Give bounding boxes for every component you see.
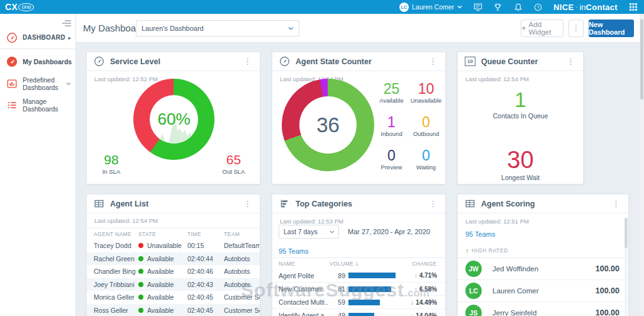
teams-link[interactable]: 95 Teams bbox=[465, 230, 496, 238]
avatar: JW bbox=[465, 261, 482, 277]
logo-cx-text: CX bbox=[5, 2, 18, 12]
app-grid-icon[interactable] bbox=[628, 3, 638, 12]
agent-time: 02:40:44 bbox=[187, 255, 224, 262]
sidebar-item-my-dashboards[interactable]: My Dashboards bbox=[0, 53, 76, 71]
section-text: HIGH RATED bbox=[472, 247, 508, 254]
kebab-icon[interactable]: ⋮ bbox=[242, 57, 253, 66]
in-sla-value: 98 bbox=[96, 152, 127, 167]
kebab-icon[interactable]: ⋮ bbox=[242, 199, 253, 208]
longest-wait-value: 30 bbox=[458, 147, 583, 174]
toolbar-kebab-button[interactable]: ⋮ bbox=[569, 20, 584, 37]
sidebar-item-manage-dashboards[interactable]: Manage Dashboards bbox=[0, 97, 76, 113]
column-header-change[interactable]: CHANGE bbox=[412, 261, 445, 267]
agent-state-stat: 0 Outbound bbox=[410, 115, 442, 137]
arrow-up-icon: ↑ bbox=[414, 286, 418, 293]
table-row: Tracey Dodd Unavailable 00:15 DefaultTea… bbox=[87, 239, 260, 252]
category-row: Identify Agent a... 49 ↓ 14.04% bbox=[272, 308, 445, 316]
teams-link[interactable]: 95 Teams bbox=[279, 247, 309, 255]
stat-label: Preview bbox=[375, 164, 408, 171]
agent-state-stat: 0 Preview bbox=[375, 148, 408, 171]
category-name: Identify Agent a... bbox=[272, 312, 328, 316]
gauge-icon bbox=[279, 56, 290, 67]
agent-team: Autobots bbox=[224, 281, 260, 288]
page-scrollbar[interactable] bbox=[640, 14, 644, 316]
widget-header: Agent Scoring ⋮ bbox=[458, 195, 628, 213]
widget-title: Agent State Counter bbox=[296, 57, 372, 66]
service-level-donut: 60% bbox=[133, 79, 214, 160]
sidebar-collapse-icon[interactable] bbox=[62, 18, 71, 26]
dashboard-select[interactable]: Lauren's Dashboard bbox=[136, 20, 299, 37]
column-header: TIME bbox=[187, 231, 224, 237]
agent-time: 02:40:45 bbox=[187, 307, 224, 314]
sidebar-item-predefined-dashboards[interactable]: Predefined Dashboards bbox=[0, 73, 76, 94]
trophy-icon[interactable] bbox=[493, 3, 502, 12]
dashboard-select-value: Lauren's Dashboard bbox=[142, 25, 204, 32]
widget-title: Agent List bbox=[110, 200, 148, 208]
column-header-name[interactable]: NAME bbox=[272, 261, 328, 267]
agent-team: Customer Serv bbox=[224, 307, 260, 314]
widget-scrollbar[interactable] bbox=[625, 218, 628, 316]
list-icon bbox=[6, 99, 18, 111]
last-updated: Last updated: 12:54 PM bbox=[87, 213, 260, 229]
widget-header: Agent List ⋮ bbox=[87, 195, 260, 213]
category-name: New Customer bbox=[272, 285, 328, 293]
change-percent: 14.04% bbox=[416, 312, 437, 316]
contacts-in-queue-metric: 1 Contacts In Queue bbox=[458, 88, 583, 120]
agent-name: Ross Geller bbox=[87, 307, 138, 314]
user-menu[interactable]: LC Lauren Comer bbox=[399, 3, 462, 12]
gauge-solid-icon bbox=[6, 56, 18, 67]
scoring-row: LC Lauren Comer 100.00 bbox=[458, 279, 628, 302]
column-header-volume[interactable]: VOLUME ↓ bbox=[328, 260, 358, 267]
avatar: LC bbox=[399, 3, 409, 12]
kebab-icon[interactable]: ⋮ bbox=[565, 57, 576, 66]
agent-time: 02:40:45 bbox=[187, 293, 224, 301]
arrow-down-icon: ↓ bbox=[411, 299, 414, 306]
category-volume: 81 bbox=[328, 285, 345, 293]
high-rated-section-label: ↑ HIGH RATED bbox=[465, 247, 508, 254]
sidebar-item-dashboard[interactable]: DASHBOARD ▸ bbox=[0, 28, 76, 48]
brand-dot: · bbox=[575, 4, 577, 10]
longest-wait-metric: 30 Longest Wait bbox=[458, 147, 583, 181]
kebab-icon[interactable]: ⋮ bbox=[428, 57, 438, 66]
agent-name: Jed Woffinden bbox=[492, 265, 538, 273]
widget-service-level: Service Level ⋮ Last updated: 12:52 PM 6… bbox=[86, 52, 260, 184]
agent-score: 100.00 bbox=[596, 286, 619, 295]
chart-board-icon bbox=[6, 78, 18, 89]
stat-label: Unavailable bbox=[410, 97, 442, 104]
top-app-bar: CXone LC Lauren Comer ? NICE·inContact bbox=[0, 0, 644, 14]
bell-icon[interactable] bbox=[513, 3, 523, 12]
new-dashboard-button[interactable]: New Dashboard bbox=[589, 20, 634, 37]
scrollbar-thumb[interactable] bbox=[625, 218, 628, 248]
in-sla-stat: 98 In SLA bbox=[96, 152, 127, 175]
help-icon[interactable]: ? bbox=[533, 3, 543, 12]
category-volume: 89 bbox=[328, 272, 345, 279]
agent-state: Available bbox=[138, 281, 187, 288]
category-row: Contacted Multi... 59 ↓ 14.49% bbox=[272, 295, 445, 308]
chevron-down-icon bbox=[457, 5, 462, 9]
logo-one-badge: one bbox=[18, 3, 34, 11]
monitor-icon[interactable] bbox=[473, 3, 482, 12]
widget-agent-list: Agent List ⋮ Last updated: 12:54 PM AGEN… bbox=[86, 194, 260, 316]
column-header: TEAM bbox=[224, 231, 260, 237]
kebab-icon[interactable]: ⋮ bbox=[611, 199, 621, 208]
stat-label: Available bbox=[375, 97, 408, 104]
state-label: Available bbox=[147, 293, 174, 301]
out-sla-label: Out SLA bbox=[216, 168, 251, 175]
agent-state-donut: 36 bbox=[282, 79, 374, 171]
stat-label: Outbound bbox=[410, 130, 442, 137]
sidebar-item-label: DASHBOARD bbox=[23, 34, 65, 42]
agent-state: Available bbox=[138, 307, 187, 314]
agent-state-stat: 25 Available bbox=[375, 81, 408, 104]
widget-top-categories: Top Categories ⋮ Last updated: 12:53 PM … bbox=[272, 194, 446, 316]
agent-team: Autobots bbox=[224, 268, 260, 275]
brand-in: in bbox=[579, 3, 586, 12]
state-label: Available bbox=[147, 281, 174, 288]
kebab-icon[interactable]: ⋮ bbox=[428, 199, 438, 208]
scrollbar-thumb[interactable] bbox=[640, 19, 643, 99]
agent-state: Unavailable bbox=[138, 242, 187, 249]
agent-name: Jerry Seinfeld bbox=[492, 309, 536, 316]
cxone-logo: CXone bbox=[5, 2, 34, 12]
volume-bar bbox=[348, 286, 391, 292]
date-range-select[interactable]: Last 7 days bbox=[279, 225, 339, 239]
add-widget-button[interactable]: + Add Widget bbox=[521, 20, 564, 37]
